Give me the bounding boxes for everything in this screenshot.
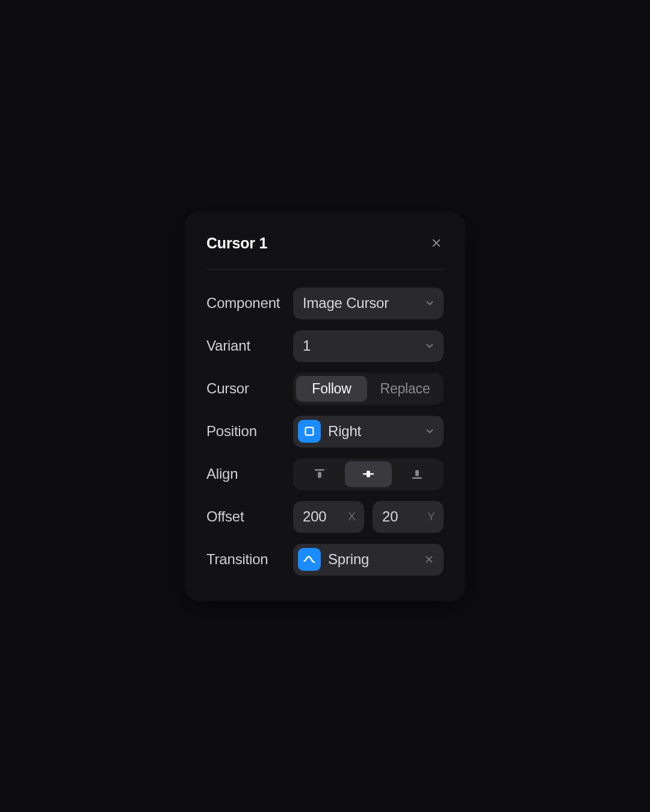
row-position: Position Right [206,416,444,448]
svg-rect-3 [315,469,324,471]
cursor-segmented: Follow Replace [293,373,444,405]
chevron-down-icon [424,298,435,309]
row-offset: Offset X Y [206,501,444,533]
panel-title: Cursor 1 [206,235,267,252]
align-label: Align [206,466,293,482]
offset-x-suffix: X [348,510,356,523]
offset-label: Offset [206,508,293,525]
offset-y-input[interactable] [382,508,427,525]
row-component: Component Image Cursor [206,288,444,319]
align-middle-button[interactable] [345,461,391,487]
align-top-icon [312,467,327,481]
transition-select[interactable]: Spring [293,544,444,576]
variant-select[interactable]: 1 [293,330,444,362]
component-value: Image Cursor [303,295,424,312]
close-icon [424,555,434,564]
panel-header: Cursor 1 [206,235,444,269]
align-middle-icon [361,467,376,481]
row-cursor: Cursor Follow Replace [206,373,444,405]
cursor-settings-panel: Cursor 1 Component Image Cursor Variant [185,212,465,601]
variant-label: Variant [206,337,293,354]
offset-x-field[interactable]: X [293,501,364,533]
close-icon [431,238,442,248]
transition-label: Transition [206,551,293,568]
offset-x-input[interactable] [303,508,348,525]
component-select[interactable]: Image Cursor [293,288,444,319]
align-bottom-button[interactable] [394,461,441,487]
svg-rect-4 [318,472,321,478]
component-label: Component [206,295,293,312]
cursor-segment-follow[interactable]: Follow [296,376,367,402]
offset-y-field[interactable]: Y [373,501,444,533]
transition-clear-button[interactable] [423,553,435,565]
svg-rect-6 [367,471,370,478]
align-bottom-icon [410,467,424,481]
position-select[interactable]: Right [293,416,444,448]
chevron-down-icon [424,426,435,437]
position-value: Right [328,423,424,440]
align-top-button[interactable] [296,461,342,487]
variant-value: 1 [303,337,424,354]
transition-icon [298,548,321,571]
svg-rect-7 [412,478,422,479]
svg-rect-8 [415,470,419,476]
transition-value: Spring [328,551,423,568]
offset-y-suffix: Y [427,510,435,523]
svg-rect-2 [306,428,314,435]
align-segmented [293,458,444,490]
cursor-label: Cursor [206,380,293,397]
row-transition: Transition Spring [206,544,444,576]
chevron-down-icon [424,340,435,351]
cursor-segment-replace[interactable]: Replace [370,376,441,402]
position-label: Position [206,423,293,440]
row-variant: Variant 1 [206,330,444,362]
row-align: Align [206,458,444,490]
position-icon [298,420,321,443]
close-button[interactable] [429,236,444,250]
